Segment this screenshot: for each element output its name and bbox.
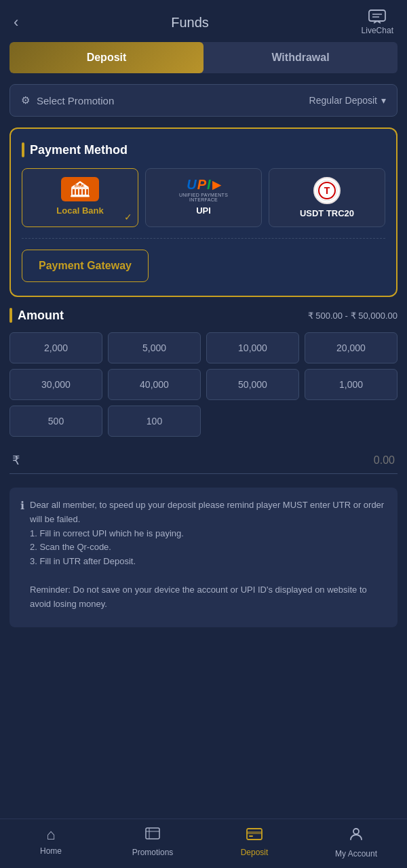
tab-bar: Deposit Withdrawal (9, 42, 398, 73)
amount-btn-40000[interactable]: 40,000 (108, 369, 201, 400)
svg-rect-0 (369, 10, 385, 21)
payment-method-title: Payment Method (22, 142, 385, 157)
amount-header: Amount ₹ 500.00 - ₹ 50,000.00 (9, 308, 398, 323)
page-title: Funds (171, 15, 209, 31)
svg-rect-22 (247, 831, 262, 834)
svg-text:T: T (324, 185, 330, 196)
payment-method-card: Payment Method BANK (9, 127, 398, 297)
info-box: ℹ Dear all member, to speed up your depo… (9, 488, 398, 627)
amount-preset-row1: 2,000 5,000 10,000 20,000 (9, 332, 398, 363)
deposit-icon (246, 826, 263, 845)
nav-promotions[interactable]: Promotions (102, 826, 204, 859)
amount-btn-2000[interactable]: 2,000 (9, 332, 102, 363)
info-text: Dear all member, to speed up your deposi… (30, 498, 387, 611)
promo-selector[interactable]: ⚙ Select Promotion Regular Deposit ▾ (9, 84, 398, 117)
amount-btn-500[interactable]: 500 (9, 406, 102, 437)
promotions-icon (144, 826, 161, 845)
livechat-label: LiveChat (362, 26, 393, 35)
account-icon (348, 826, 364, 846)
back-button[interactable]: ‹ (14, 14, 18, 31)
bank-icon: BANK (61, 177, 99, 201)
upi-logo: U P I ▶ UNIFIED PAYMENTS INTERFACE (176, 177, 231, 201)
promo-label: Select Promotion (37, 95, 114, 106)
payment-method-list: BANK Local Bank ✓ U P I ▶ UN (22, 168, 385, 227)
tab-withdrawal[interactable]: Withdrawal (204, 42, 398, 73)
svg-text:BANK: BANK (75, 184, 85, 188)
payment-method-bank[interactable]: BANK Local Bank ✓ (22, 168, 138, 227)
usdt-label: USDT TRC20 (300, 208, 354, 218)
amount-btn-1000[interactable]: 1,000 (305, 369, 398, 400)
svg-rect-7 (76, 189, 78, 195)
nav-deposit-label: Deposit (241, 848, 269, 857)
amount-btn-5000[interactable]: 5,000 (108, 332, 201, 363)
rupee-symbol: ₹ (12, 453, 20, 468)
bottom-nav: ⌂ Home Promotions Deposit (0, 818, 407, 868)
nav-account[interactable]: My Account (305, 826, 407, 859)
amount-title: Amount (9, 308, 64, 323)
amount-btn-30000[interactable]: 30,000 (9, 369, 102, 400)
nav-deposit[interactable]: Deposit (204, 826, 305, 859)
svg-rect-9 (83, 189, 85, 195)
home-icon: ⌂ (46, 826, 55, 844)
payment-method-upi[interactable]: U P I ▶ UNIFIED PAYMENTS INTERFACE UPI (145, 168, 262, 227)
bank-selected-check: ✓ (124, 212, 132, 222)
nav-home[interactable]: ⌂ Home (0, 826, 102, 859)
title-bar-decoration (22, 142, 24, 157)
amount-input-row: ₹ (9, 448, 398, 474)
header: ‹ Funds LiveChat (0, 0, 407, 42)
amount-preset-row2: 30,000 40,000 50,000 1,000 (9, 369, 398, 400)
amount-btn-10000[interactable]: 10,000 (206, 332, 299, 363)
amount-btn-20000[interactable]: 20,000 (305, 332, 398, 363)
amount-btn-50000[interactable]: 50,000 (206, 369, 299, 400)
usdt-icon: T (313, 177, 341, 204)
svg-rect-18 (146, 828, 159, 839)
svg-rect-6 (73, 189, 75, 195)
nav-promotions-label: Promotions (132, 848, 174, 857)
amount-btn-100[interactable]: 100 (108, 406, 201, 437)
tab-deposit[interactable]: Deposit (9, 42, 204, 73)
chevron-down-icon: ▾ (381, 95, 386, 106)
nav-home-label: Home (40, 846, 62, 856)
svg-rect-13 (71, 195, 90, 197)
amount-input[interactable] (25, 454, 395, 467)
svg-point-24 (353, 829, 359, 834)
promo-gear-icon: ⚙ (21, 94, 30, 106)
bank-label: Local Bank (56, 205, 103, 216)
payment-gateway-button[interactable]: Payment Gateway (22, 250, 149, 282)
amount-section: Amount ₹ 500.00 - ₹ 50,000.00 2,000 5,00… (9, 308, 398, 474)
section-divider (22, 238, 385, 239)
amount-preset-row3: 500 100 (9, 406, 398, 437)
amount-title-bar (9, 308, 12, 323)
nav-account-label: My Account (335, 849, 377, 859)
payment-method-usdt[interactable]: T USDT TRC20 (269, 168, 385, 227)
livechat-button[interactable]: LiveChat (362, 9, 393, 35)
upi-label: UPI (196, 205, 211, 216)
svg-rect-10 (86, 189, 88, 195)
svg-rect-8 (79, 189, 81, 195)
amount-range: ₹ 500.00 - ₹ 50,000.00 (308, 311, 398, 321)
promo-value: Regular Deposit (309, 95, 377, 106)
info-icon: ℹ (20, 499, 24, 512)
